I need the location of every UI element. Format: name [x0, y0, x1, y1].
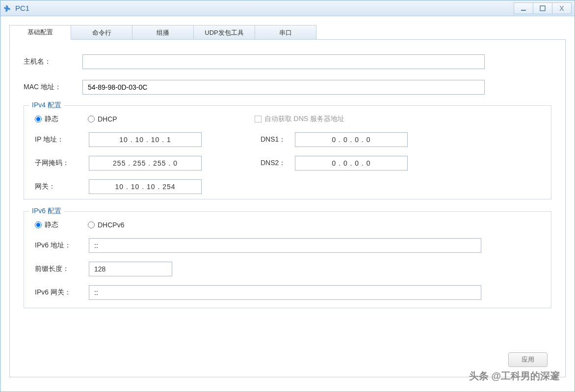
ipv4-mode-row: 静态 DHCP 自动获取 DNS 服务器地址 [35, 115, 540, 123]
ipv4-right-col: DNS1： 0 . 0 . 0 . 0 DNS2： 0 . 0 . 0 . 0 [261, 132, 408, 194]
titlebar: PC1 X [0, 0, 575, 16]
dns1-input[interactable]: 0 . 0 . 0 . 0 [295, 132, 408, 147]
close-button[interactable]: X [552, 2, 572, 14]
ipv4-fieldset: IPv4 配置 静态 DHCP 自动获取 DNS 服务器地址 [24, 105, 551, 199]
mac-input[interactable] [82, 80, 485, 95]
ipv6-addr-label: IPv6 地址： [35, 241, 89, 250]
tab-cli[interactable]: 命令行 [71, 25, 132, 40]
dns2-label: DNS2： [261, 159, 295, 168]
ipv6-fieldset: IPv6 配置 静态 DHCPv6 IPv6 地址： [24, 211, 551, 308]
tab-udp-tool[interactable]: UDP发包工具 [193, 25, 255, 40]
mask-input[interactable]: 255 . 255 . 255 . 0 [89, 156, 202, 171]
svg-rect-0 [521, 10, 526, 11]
ipv6-legend: IPv6 配置 [29, 207, 64, 216]
ipv4-dhcp-label: DHCP [98, 115, 117, 123]
content-area: 基础配置 命令行 组播 UDP发包工具 串口 主机名： MAC 地址： IPv4… [0, 16, 575, 392]
gateway-label: 网关： [35, 182, 89, 191]
mac-label: MAC 地址： [24, 83, 82, 92]
app-window: PC1 X 基础配置 命令行 组播 UDP发包工具 串口 主机名： MAC 地址… [0, 0, 575, 392]
maximize-button[interactable] [533, 2, 552, 14]
ipv4-left-col: IP 地址： 10 . 10 . 10 . 1 子网掩码： 255 . 255 … [35, 132, 202, 194]
svg-rect-1 [540, 6, 545, 11]
ipv4-static-radio-input[interactable] [35, 116, 42, 122]
apply-button[interactable]: 应用 [508, 352, 548, 367]
ipv6-dhcp-radio-input[interactable] [88, 221, 95, 228]
minimize-button[interactable] [514, 2, 533, 14]
ipv6-static-radio[interactable]: 静态 [35, 220, 58, 229]
hostname-label: 主机名： [24, 57, 82, 66]
tab-serial[interactable]: 串口 [255, 25, 316, 40]
ipv6-gw-input[interactable] [89, 285, 481, 300]
auto-dns-checkbox[interactable]: 自动获取 DNS 服务器地址 [255, 115, 344, 123]
ipv6-addr-input[interactable] [89, 238, 481, 253]
window-title: PC1 [15, 4, 514, 12]
ipv4-dhcp-radio-input[interactable] [88, 116, 95, 122]
ipv6-static-label: 静态 [45, 220, 58, 229]
hostname-input[interactable] [82, 54, 485, 69]
ipv6-dhcp-radio[interactable]: DHCPv6 [88, 221, 124, 229]
dns1-label: DNS1： [261, 135, 295, 144]
mac-row: MAC 地址： [24, 80, 551, 95]
ipv4-columns: IP 地址： 10 . 10 . 10 . 1 子网掩码： 255 . 255 … [35, 132, 540, 194]
ipv6-gw-label: IPv6 网关： [35, 288, 89, 297]
auto-dns-label: 自动获取 DNS 服务器地址 [264, 115, 344, 123]
ipv4-legend: IPv4 配置 [29, 101, 64, 110]
tab-multicast[interactable]: 组播 [132, 25, 194, 40]
ip-input[interactable]: 10 . 10 . 10 . 1 [89, 132, 202, 147]
window-controls: X [514, 2, 572, 14]
mask-label: 子网掩码： [35, 159, 89, 168]
auto-dns-checkbox-box[interactable] [255, 116, 261, 122]
ip-label: IP 地址： [35, 135, 89, 144]
ipv6-static-radio-input[interactable] [35, 221, 42, 228]
config-panel: 主机名： MAC 地址： IPv4 配置 静态 DHCP [9, 39, 566, 377]
ipv4-static-radio[interactable]: 静态 [35, 115, 58, 123]
dns2-input[interactable]: 0 . 0 . 0 . 0 [295, 156, 408, 171]
ipv4-dhcp-radio[interactable]: DHCP [88, 115, 117, 123]
tab-basic-config[interactable]: 基础配置 [9, 25, 71, 40]
hostname-row: 主机名： [24, 54, 551, 69]
ipv4-static-label: 静态 [45, 115, 58, 123]
gateway-input[interactable]: 10 . 10 . 10 . 254 [89, 179, 202, 194]
ipv6-prefix-label: 前缀长度： [35, 265, 89, 273]
ipv6-prefix-input[interactable]: 128 [89, 262, 172, 276]
ipv6-mode-row: 静态 DHCPv6 [35, 220, 540, 229]
ipv6-dhcp-label: DHCPv6 [98, 221, 124, 229]
app-icon [3, 4, 12, 13]
tab-bar: 基础配置 命令行 组播 UDP发包工具 串口 [9, 25, 566, 40]
